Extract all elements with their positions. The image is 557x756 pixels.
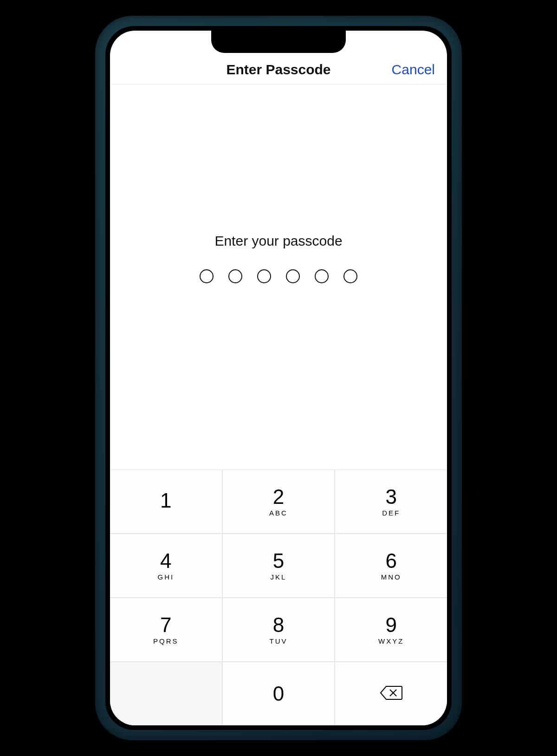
keypad-5[interactable]: 5 JKL: [223, 534, 335, 597]
key-letters: ABC: [269, 509, 288, 517]
key-digit: 3: [385, 487, 396, 507]
phone-screen: Enter Passcode Cancel Enter your passcod…: [110, 31, 447, 725]
passcode-dot: [257, 269, 271, 283]
keypad-2[interactable]: 2 ABC: [223, 470, 335, 533]
keypad-8[interactable]: 8 TUV: [223, 598, 335, 661]
passcode-dot: [343, 269, 357, 283]
backspace-icon: [380, 684, 403, 703]
key-digit: 4: [160, 551, 171, 571]
key-letters: JKL: [271, 573, 287, 581]
key-letters: PQRS: [153, 637, 179, 645]
keypad-9[interactable]: 9 WXYZ: [335, 598, 447, 661]
keypad-delete[interactable]: [335, 662, 447, 725]
key-letters: WXYZ: [378, 637, 404, 645]
phone-case: Enter Passcode Cancel Enter your passcod…: [95, 16, 462, 740]
key-digit: 0: [273, 684, 284, 704]
key-letters: TUV: [269, 637, 287, 645]
key-letters: MNO: [381, 573, 402, 581]
keypad-7[interactable]: 7 PQRS: [110, 598, 222, 661]
passcode-prompt: Enter your passcode: [214, 233, 342, 249]
key-digit: 7: [160, 615, 171, 635]
numeric-keypad: 1 2 ABC 3 DEF 4 GHI 5 JKL: [110, 469, 447, 725]
passcode-dot: [286, 269, 300, 283]
key-digit: 8: [273, 615, 284, 635]
key-letters: DEF: [382, 509, 400, 517]
keypad-4[interactable]: 4 GHI: [110, 534, 222, 597]
passcode-dots: [200, 269, 357, 283]
keypad-empty: [110, 662, 222, 725]
phone-notch: [211, 31, 346, 53]
key-digit: 9: [385, 615, 396, 635]
keypad-3[interactable]: 3 DEF: [335, 470, 447, 533]
cancel-button[interactable]: Cancel: [392, 62, 435, 78]
key-digit: 6: [385, 551, 396, 571]
key-letters: GHI: [157, 573, 174, 581]
page-title: Enter Passcode: [226, 62, 330, 78]
content-area: Enter your passcode: [110, 85, 447, 469]
key-digit: 5: [273, 551, 284, 571]
key-digit: 2: [273, 487, 284, 507]
phone-body: Enter Passcode Cancel Enter your passcod…: [105, 26, 452, 730]
key-digit: 1: [160, 490, 171, 511]
passcode-dot: [228, 269, 242, 283]
keypad-6[interactable]: 6 MNO: [335, 534, 447, 597]
passcode-dot: [315, 269, 329, 283]
keypad-0[interactable]: 0: [223, 662, 335, 725]
passcode-dot: [200, 269, 214, 283]
keypad-1[interactable]: 1: [110, 470, 222, 533]
